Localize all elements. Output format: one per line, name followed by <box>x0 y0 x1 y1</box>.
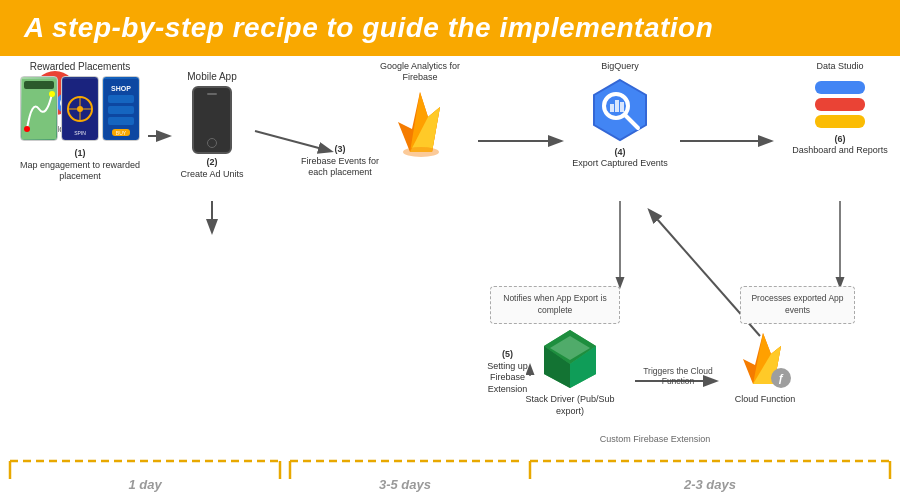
datastudio-icon <box>810 76 870 131</box>
title-text: A step-by-step recipe to guide the imple… <box>24 12 713 44</box>
svg-text:BUY: BUY <box>116 130 127 136</box>
app-screenshots: SPIN SHOP BUY <box>20 76 140 141</box>
svg-point-31 <box>403 147 439 157</box>
main-content: Rewarded Placements <box>0 56 900 499</box>
rewarded-placements-label: Rewarded Placements <box>30 61 131 72</box>
svg-text:ƒ: ƒ <box>778 372 784 384</box>
datastudio-label: Data Studio <box>816 61 863 72</box>
svg-rect-39 <box>815 81 865 94</box>
svg-rect-41 <box>815 115 865 128</box>
screen-2: SPIN <box>61 76 99 141</box>
svg-point-12 <box>49 91 55 97</box>
notify-box-2: Processes exported App events <box>740 286 855 324</box>
screen-3: SHOP BUY <box>102 76 140 141</box>
mobile-app-section: Mobile App (2) Create Ad Units <box>172 71 252 180</box>
title-bar: A step-by-step recipe to guide the imple… <box>0 0 900 56</box>
datastudio-section: Data Studio (6) Dashboard and Reports <box>790 61 890 157</box>
svg-rect-22 <box>108 95 134 103</box>
cloudfunction-section: ƒ Cloud Function <box>720 326 810 406</box>
svg-text:SHOP: SHOP <box>111 85 131 92</box>
triggers-label: Triggers the Cloud Function <box>638 366 718 386</box>
svg-rect-36 <box>610 104 614 112</box>
bigquery-step: (4) Export Captured Events <box>572 147 668 170</box>
datastudio-step: (6) Dashboard and Reports <box>792 134 888 157</box>
stackdriver-label: Stack Driver (Pub/Sub export) <box>520 394 620 417</box>
mobile-app-step: (2) Create Ad Units <box>180 157 243 180</box>
svg-text:3-5 days: 3-5 days <box>379 477 431 492</box>
bigquery-icon <box>586 76 654 144</box>
rewarded-placements-step: (1) Map engagement to rewarded placement <box>10 148 150 183</box>
svg-rect-38 <box>620 102 624 112</box>
cloudfunction-label: Cloud Function <box>735 394 796 406</box>
svg-rect-37 <box>615 100 619 112</box>
bigquery-label: BigQuery <box>601 61 639 72</box>
mobile-app-label: Mobile App <box>187 71 236 82</box>
svg-rect-13 <box>24 81 54 89</box>
svg-rect-40 <box>815 98 865 111</box>
svg-rect-23 <box>108 106 134 114</box>
phone-icon <box>192 86 232 154</box>
timeline: 1 day 3-5 days 2-3 days <box>0 451 900 499</box>
svg-text:2-3 days: 2-3 days <box>683 477 736 492</box>
firebase-icon <box>390 87 450 159</box>
timeline-svg: 1 day 3-5 days 2-3 days <box>0 451 900 499</box>
firebase-label: Google Analytics for Firebase <box>370 61 470 83</box>
cloudfunction-icon: ƒ <box>735 326 795 391</box>
svg-text:1 day: 1 day <box>128 477 162 492</box>
slide: A step-by-step recipe to guide the imple… <box>0 0 900 503</box>
custom-firebase-label: Custom Firebase Extension <box>510 434 800 444</box>
bigquery-section: BigQuery (4) Export Captured Events <box>570 61 670 170</box>
svg-point-18 <box>77 106 83 112</box>
screen-1 <box>20 76 58 141</box>
firebase-section: Google Analytics for Firebase <box>370 61 470 159</box>
svg-rect-24 <box>108 117 134 125</box>
stackdriver-icon <box>538 326 603 391</box>
svg-point-11 <box>24 126 30 132</box>
step5-section: (5) Setting up Firebase Extension <box>470 346 545 396</box>
rewarded-placements-section: Rewarded Placements <box>10 61 150 183</box>
svg-text:SPIN: SPIN <box>74 130 86 136</box>
notify-box-1: Notifies when App Export is complete <box>490 286 620 324</box>
